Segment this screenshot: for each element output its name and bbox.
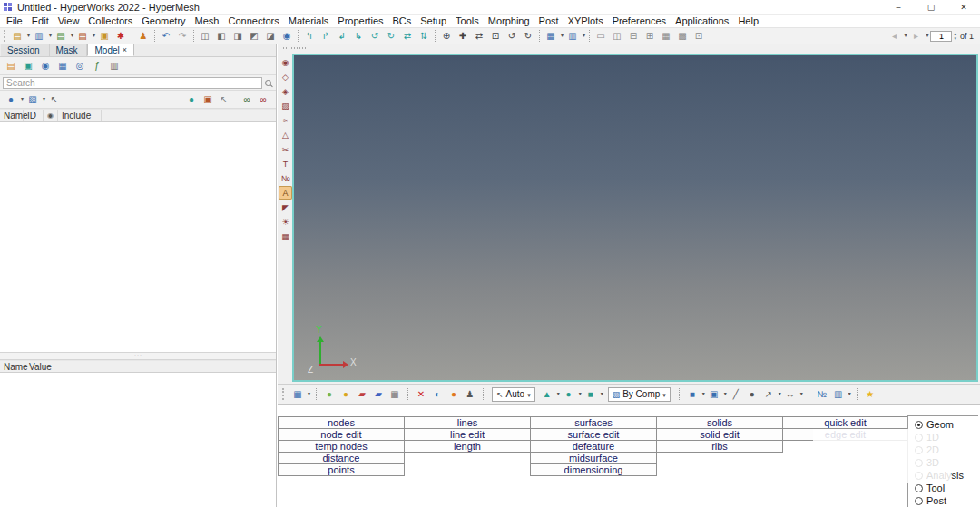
swap-vertical-icon[interactable]: ⇅ <box>416 29 431 44</box>
card-image-icon[interactable]: ▥ <box>831 387 846 402</box>
selection-sphere-icon[interactable]: ● <box>184 93 199 107</box>
undo-icon[interactable]: ↶ <box>159 29 173 44</box>
page-stepper[interactable] <box>954 32 956 41</box>
maximize-button[interactable]: ▢ <box>915 0 947 14</box>
column-header-name[interactable]: Name <box>0 110 24 121</box>
lines-button[interactable]: lines <box>404 416 531 429</box>
page-number-input[interactable] <box>930 31 952 42</box>
rotate-cw-icon[interactable]: ↻ <box>384 29 398 44</box>
views-icon[interactable]: ◎ <box>73 59 87 73</box>
numbers-icon[interactable]: № <box>279 171 292 185</box>
entity-sets-icon[interactable]: ▦ <box>290 387 305 402</box>
import-model-icon[interactable]: ▤ <box>54 29 68 44</box>
selection-mode-combo[interactable]: ↖ Auto <box>492 387 535 402</box>
vector-create-icon[interactable]: ↗ <box>761 387 776 402</box>
boolean-icon[interactable]: ▣ <box>707 387 721 402</box>
length-button[interactable]: length <box>404 440 531 453</box>
hidden-line-icon[interactable]: ◈ <box>279 84 292 98</box>
select-arrow-icon[interactable]: ↖ <box>217 93 231 107</box>
node-create-icon[interactable]: ● <box>745 387 760 402</box>
close-button[interactable]: ✕ <box>947 0 980 14</box>
tab-mask[interactable]: Mask <box>50 44 88 56</box>
arrow-up-left-icon[interactable]: ↰ <box>302 29 317 44</box>
model-tree[interactable] <box>0 122 276 352</box>
menu-help[interactable]: Help <box>733 15 763 27</box>
redo-icon[interactable]: ↷ <box>175 29 190 44</box>
spherical-clip-icon[interactable]: ◉ <box>279 29 294 44</box>
menu-view[interactable]: View <box>54 15 84 27</box>
previous-page-icon[interactable]: ◂ <box>887 29 901 44</box>
surfaces-button[interactable]: surfaces <box>530 416 657 429</box>
export-model-icon[interactable]: ▤ <box>75 29 90 44</box>
solid-edit-button[interactable]: solid edit <box>656 428 783 441</box>
shaded-elements-icon[interactable]: ● <box>338 387 353 402</box>
pan-view-icon[interactable]: ✚ <box>456 29 470 44</box>
sphere-primitive-icon[interactable]: ● <box>562 387 576 402</box>
text-display-icon[interactable]: A <box>279 186 292 200</box>
surface-edit-button[interactable]: surface edit <box>530 428 657 441</box>
move-to-include-icon[interactable]: ▣ <box>201 93 215 107</box>
menu-properties[interactable]: Properties <box>333 15 387 27</box>
sidebar-splitter[interactable] <box>0 352 276 360</box>
menu-file[interactable]: File <box>2 15 27 27</box>
layout-vsplit-icon[interactable]: ◫ <box>610 29 624 44</box>
component-filter-icon[interactable]: ▧ <box>25 93 40 107</box>
ribs-button[interactable]: ribs <box>656 440 783 453</box>
mode-tool[interactable]: Tool <box>915 482 978 494</box>
line-create-icon[interactable]: ╱ <box>729 387 743 402</box>
temp-nodes-icon[interactable]: ● <box>446 387 461 402</box>
visibility-column-eye-icon[interactable]: ◉ <box>44 110 58 121</box>
spin-view-icon[interactable]: ↻ <box>521 29 535 44</box>
line-edit-button[interactable]: line edit <box>404 428 531 441</box>
midsurface-button[interactable]: midsurface <box>530 452 657 464</box>
menu-setup[interactable]: Setup <box>416 15 451 27</box>
column-header-include[interactable]: Include <box>58 110 102 121</box>
isolate-glasses-icon[interactable]: ∞ <box>256 93 270 107</box>
unmask-all-icon[interactable]: ◨ <box>230 29 245 44</box>
organize-icon[interactable]: ▣ <box>21 59 35 73</box>
layout-hsplit-icon[interactable]: ⊟ <box>626 29 641 44</box>
tab-session[interactable]: Session <box>1 44 50 56</box>
open-model-icon[interactable]: ▤ <box>10 29 24 44</box>
points-button[interactable]: points <box>278 463 405 476</box>
reverse-mask-icon[interactable]: ◩ <box>247 29 261 44</box>
menu-tools[interactable]: Tools <box>451 15 484 27</box>
id-manager-icon[interactable]: ▦ <box>55 59 70 73</box>
performance-icon[interactable]: ▦ <box>279 229 292 243</box>
dimensioning-button[interactable]: dimensioning <box>530 463 657 476</box>
toolbar-drag-handle[interactable] <box>283 47 307 49</box>
menu-applications[interactable]: Applications <box>671 15 733 27</box>
open-session-icon[interactable]: ▣ <box>97 29 112 44</box>
session-browser-icon[interactable]: ▥ <box>565 29 580 44</box>
arrow-down-right-icon[interactable]: ↳ <box>351 29 366 44</box>
annotation-icon[interactable]: T <box>279 157 292 171</box>
measure-icon[interactable]: ↔ <box>783 387 798 402</box>
parameters-icon[interactable]: ƒ <box>90 59 104 73</box>
solid-create-icon[interactable]: ■ <box>685 387 700 402</box>
fit-view-icon[interactable]: ⊡ <box>488 29 503 44</box>
search-icon[interactable] <box>265 80 271 86</box>
property-header-value[interactable]: Value <box>25 361 276 372</box>
element-handles-icon[interactable]: ▰ <box>371 387 386 402</box>
tab-close-icon[interactable]: × <box>122 45 127 54</box>
wireframe-icon[interactable]: ◇ <box>279 70 292 83</box>
layout-four-icon[interactable]: ▦ <box>659 29 673 44</box>
numbers-display-icon[interactable]: № <box>815 387 829 402</box>
node-edit-button[interactable]: node edit <box>278 428 405 441</box>
unmask-adjacent-icon[interactable]: ◧ <box>214 29 229 44</box>
model-browser-icon[interactable]: ▦ <box>544 29 558 44</box>
quick-edit-button[interactable]: quick edit <box>782 416 908 429</box>
includes-icon[interactable]: ▥ <box>107 59 122 73</box>
menu-xyplots[interactable]: XYPlots <box>564 15 608 27</box>
mask-panel-icon[interactable]: ◫ <box>198 29 212 44</box>
feature-angle-icon[interactable]: ▦ <box>387 387 402 402</box>
session-folder-icon[interactable]: ▤ <box>4 59 18 73</box>
model-structure-icon[interactable]: ♟ <box>463 387 477 402</box>
cube-primitive-icon[interactable]: ■ <box>583 387 598 402</box>
shaded-geometry-icon[interactable]: ● <box>322 387 337 402</box>
transparency-icon[interactable]: ▨ <box>279 99 292 112</box>
layout-single-icon[interactable]: ▭ <box>593 29 608 44</box>
property-header-name[interactable]: Name <box>0 361 25 372</box>
feature-lines-icon[interactable]: ≈ <box>279 113 292 127</box>
show-hide-glasses-icon[interactable]: ∞ <box>240 93 254 107</box>
